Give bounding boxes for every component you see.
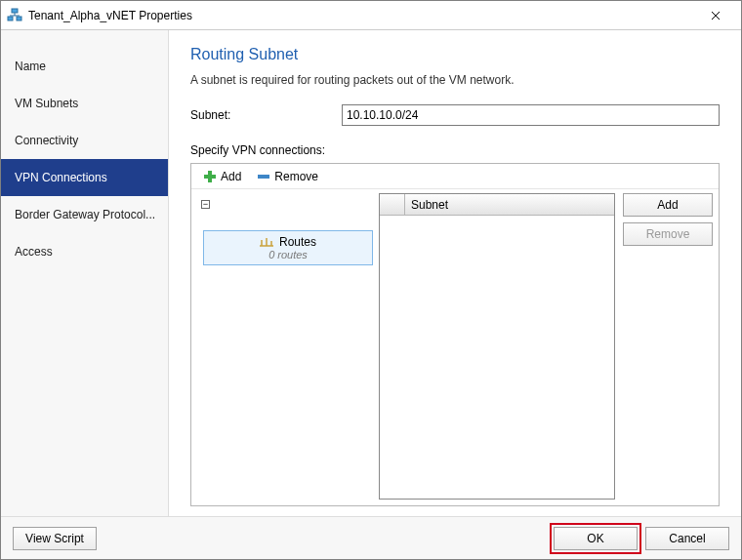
titlebar: Tenant_Alpha_vNET Properties <box>1 1 741 30</box>
sidebar-item-access[interactable]: Access <box>1 233 168 270</box>
subnet-table: Subnet <box>379 193 615 500</box>
routes-top: Routes <box>210 235 366 249</box>
toolbar-add-button[interactable]: Add <box>197 168 247 185</box>
page-title: Routing Subnet <box>190 46 720 63</box>
toolbar-add-label: Add <box>221 170 241 183</box>
vpn-content: − Routes 0 routes <box>191 189 719 505</box>
plus-icon <box>203 170 217 183</box>
svg-rect-4 <box>17 17 21 20</box>
subnet-remove-button[interactable]: Remove <box>623 222 713 246</box>
body: Name VM Subnets Connectivity VPN Connect… <box>1 30 741 516</box>
subnet-table-header: Subnet <box>380 194 614 216</box>
sidebar-item-bgp[interactable]: Border Gateway Protocol... <box>1 196 168 233</box>
toolbar-remove-label: Remove <box>274 170 318 183</box>
subnet-table-body[interactable] <box>380 216 614 499</box>
subnet-row: Subnet: <box>190 104 720 126</box>
subnet-add-button[interactable]: Add <box>623 193 713 217</box>
footer: View Script OK Cancel <box>1 516 741 559</box>
routes-icon <box>260 237 273 247</box>
network-icon <box>7 8 22 23</box>
vpn-connections-box: Add Remove − <box>190 163 720 506</box>
view-script-button[interactable]: View Script <box>13 527 97 550</box>
sidebar-item-name[interactable]: Name <box>1 48 168 85</box>
subnet-input[interactable] <box>342 104 720 126</box>
svg-rect-0 <box>12 9 18 13</box>
cancel-button[interactable]: Cancel <box>645 527 729 550</box>
vpn-toolbar: Add Remove <box>191 164 719 189</box>
ok-button[interactable]: OK <box>554 527 638 550</box>
minus-icon <box>257 170 270 183</box>
sidebar: Name VM Subnets Connectivity VPN Connect… <box>1 30 169 516</box>
window-title: Tenant_Alpha_vNET Properties <box>28 9 696 22</box>
routes-count: 0 routes <box>210 249 366 260</box>
page-description: A subnet is required for routing packets… <box>190 73 720 87</box>
close-button[interactable] <box>696 2 735 29</box>
tree-blank-row <box>197 215 373 230</box>
svg-rect-9 <box>258 175 269 179</box>
svg-rect-8 <box>204 175 216 179</box>
routes-label: Routes <box>279 235 316 249</box>
tree-collapse-button[interactable]: − <box>201 200 210 209</box>
main-pane: Routing Subnet A subnet is required for … <box>169 30 741 516</box>
subnet-button-column: Add Remove <box>623 193 713 500</box>
toolbar-remove-button[interactable]: Remove <box>251 168 324 185</box>
vpn-connections-label: Specify VPN connections: <box>190 143 720 157</box>
subnet-column-header[interactable]: Subnet <box>405 194 614 216</box>
tree-item-routes[interactable]: Routes 0 routes <box>203 230 373 265</box>
subnet-label: Subnet: <box>190 108 342 122</box>
close-icon <box>711 11 721 20</box>
sidebar-item-vpn-connections[interactable]: VPN Connections <box>1 159 168 196</box>
sidebar-item-connectivity[interactable]: Connectivity <box>1 122 168 159</box>
tree-pane: − Routes 0 routes <box>197 193 373 500</box>
svg-rect-3 <box>8 17 13 20</box>
subnet-header-spacer <box>380 194 405 216</box>
subnet-pane: Subnet Add Remove <box>379 193 713 500</box>
sidebar-item-vm-subnets[interactable]: VM Subnets <box>1 85 168 122</box>
properties-window: Tenant_Alpha_vNET Properties Name VM Sub… <box>0 0 742 560</box>
tree-top-row: − <box>197 193 373 215</box>
